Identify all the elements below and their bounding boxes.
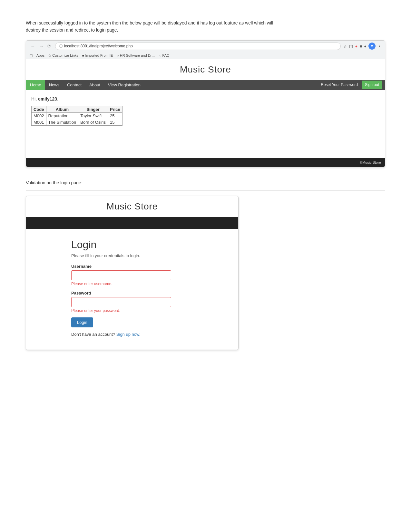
- sign-out-button[interactable]: Sign out: [362, 81, 382, 89]
- nav-news[interactable]: News: [45, 80, 64, 90]
- browser-toolbar-1: ← → ⟳ ⓘ localhost:8001/finalproject/welc…: [26, 41, 385, 52]
- cell-singer: Born of Osiris: [78, 119, 108, 125]
- login-title: Login: [71, 239, 193, 251]
- nav-about[interactable]: About: [85, 80, 104, 90]
- nav-contact[interactable]: Contact: [63, 80, 85, 90]
- signup-link[interactable]: Sign up now.: [116, 332, 140, 337]
- greeting-username: emily123: [38, 96, 57, 102]
- section2-label: Validation on the login page:: [26, 180, 385, 185]
- username-error: Please enter username.: [71, 282, 193, 286]
- cell-code: M001: [32, 119, 46, 125]
- col-price: Price: [108, 106, 122, 112]
- reset-password-link[interactable]: Reset Your Password: [318, 81, 360, 89]
- bookmark-hr[interactable]: ○ HR Software and Dri...: [117, 53, 155, 57]
- login-container: Login Please fill in your credentials to…: [26, 229, 238, 350]
- signup-text: Don't have an account? Sign up now.: [71, 332, 193, 337]
- cell-album: The Simulation: [46, 119, 78, 125]
- browser-right-icons: ☆ ◫ ● ■ ● M ⋮: [343, 43, 382, 50]
- col-album: Album: [46, 106, 78, 112]
- col-singer: Singer: [78, 106, 108, 112]
- table-row: M002 Reputation Taylor Swift 25: [32, 112, 122, 119]
- table-row: M001 The Simulation Born of Osiris 15: [32, 119, 122, 125]
- welcome-content: Hi, emily123. Code Album Singer Price M0…: [26, 90, 385, 132]
- cell-price: 25: [108, 112, 122, 119]
- greeting-period: .: [57, 96, 58, 102]
- site-footer-1: ©Music Store: [26, 158, 385, 167]
- password-label: Password: [71, 291, 193, 295]
- forward-button[interactable]: →: [38, 43, 45, 49]
- cell-code: M002: [32, 112, 46, 119]
- section-divider: [26, 190, 385, 191]
- bookmark-imported[interactable]: ■ Imported From IE: [82, 53, 113, 57]
- profile-avatar[interactable]: M: [368, 43, 376, 50]
- site-content-2: Music Store Login Please fill in your cr…: [26, 196, 238, 350]
- intro-text: When successfully logged in to the syste…: [26, 19, 277, 34]
- browser-bookmarks: ◫ Apps ✩ Customize Links ■ Imported From…: [26, 52, 385, 59]
- password-input[interactable]: [71, 297, 171, 307]
- cell-album: Reputation: [46, 112, 78, 119]
- puzzle-icon[interactable]: ■: [359, 44, 362, 49]
- welcome-greeting: Hi, emily123.: [31, 96, 380, 102]
- site-nav-1: Home News Contact About View Registratio…: [26, 80, 385, 90]
- browser-window-2: Music Store Login Please fill in your cr…: [26, 196, 239, 350]
- site-title-2: Music Store: [26, 196, 238, 217]
- signup-prompt: Don't have an account?: [71, 332, 115, 337]
- apps-icon: ◫: [29, 53, 33, 58]
- dot-icon[interactable]: ●: [364, 44, 367, 49]
- cell-price: 15: [108, 119, 122, 125]
- menu-icon[interactable]: ⋮: [377, 44, 382, 49]
- site-nav-2: [26, 217, 238, 229]
- bookmark-customize[interactable]: ✩ Customize Links: [48, 53, 78, 58]
- login-subtitle: Please fill in your credentials to login…: [71, 253, 193, 258]
- star-icon[interactable]: ☆: [343, 44, 347, 49]
- refresh-button[interactable]: ⟳: [46, 43, 53, 49]
- music-table: Code Album Singer Price M002 Reputation …: [31, 106, 122, 126]
- col-code: Code: [32, 106, 46, 112]
- nav-home[interactable]: Home: [26, 80, 45, 90]
- site-title-1: Music Store: [26, 59, 385, 80]
- browser-window-1: ← → ⟳ ⓘ localhost:8001/finalproject/welc…: [26, 40, 385, 167]
- extensions-icon[interactable]: ◫: [349, 44, 353, 49]
- lock-icon: ⓘ: [59, 44, 63, 49]
- password-error: Please enter your password.: [71, 308, 193, 313]
- username-input[interactable]: [71, 270, 171, 280]
- cell-singer: Taylor Swift: [78, 112, 108, 119]
- login-button[interactable]: Login: [71, 317, 93, 327]
- error-icon[interactable]: ●: [355, 44, 357, 49]
- nav-view-registration[interactable]: View Registration: [104, 80, 144, 90]
- back-button[interactable]: ←: [29, 43, 36, 49]
- browser-nav-buttons: ← → ⟳: [29, 43, 53, 49]
- address-text: localhost:8001/finalproject/welcome.php: [64, 44, 133, 48]
- username-label: Username: [71, 264, 193, 269]
- nav-right: Reset Your Password Sign out: [318, 81, 385, 89]
- bookmark-apps[interactable]: Apps: [36, 53, 44, 57]
- site-content-1: Music Store Home News Contact About View…: [26, 59, 385, 167]
- bookmark-faq[interactable]: ○ FAQ: [159, 53, 170, 57]
- greeting-text: Hi,: [31, 96, 38, 102]
- address-bar-1[interactable]: ⓘ localhost:8001/finalproject/welcome.ph…: [55, 43, 341, 50]
